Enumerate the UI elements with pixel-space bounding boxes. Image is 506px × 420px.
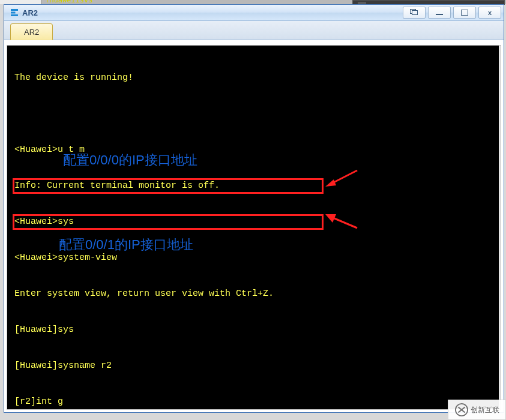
tab-ar2[interactable]: AR2 [10, 23, 53, 40]
maximize-icon [461, 10, 468, 16]
terminal-line [14, 108, 285, 120]
watermark-text: 创新互联 [471, 405, 499, 415]
app-icon [9, 7, 20, 18]
tab-label: AR2 [24, 28, 39, 37]
terminal-line: The device is running! [14, 72, 285, 84]
tabstrip: AR2 [4, 21, 504, 40]
window-popout-button[interactable] [403, 7, 426, 19]
minimize-icon [436, 14, 443, 15]
close-icon: x [488, 9, 492, 16]
annotation-box-1 [13, 178, 324, 194]
window-close-button[interactable]: x [478, 7, 501, 19]
terminal-line: Enter system view, return user view with… [14, 288, 285, 300]
window-titlebar[interactable]: AR2 x [4, 5, 504, 21]
terminal-line: <Huawei>system-view [14, 252, 285, 264]
svg-line-2 [330, 170, 357, 184]
popout-icon [410, 9, 418, 16]
terminal-line: [r2]int g [14, 396, 285, 408]
window-title: AR2 [22, 8, 403, 17]
annotation-label-1: 配置0/0/0的IP接口地址 [63, 154, 197, 166]
terminal-line: [Huawei]sysname r2 [14, 360, 285, 372]
annotation-label-2: 配置0/0/1的IP接口地址 [59, 239, 193, 251]
window-maximize-button[interactable] [453, 7, 476, 19]
annotation-arrow-2 [324, 209, 360, 231]
client-area: The device is running! <Huawei>u t m Inf… [4, 40, 504, 412]
window-minimize-button[interactable] [428, 7, 451, 19]
background-text-fragment: THuawei1svs [45, 0, 92, 4]
background-tab-fragment [0, 0, 41, 4]
background-fragment: THuawei1svs [0, 0, 506, 4]
annotation-arrow-1 [324, 167, 360, 189]
svg-marker-3 [325, 179, 336, 187]
annotation-box-2 [13, 214, 324, 230]
app-window: AR2 x AR2 The device is runn [4, 4, 504, 413]
window-controls: x [403, 7, 501, 19]
svg-line-4 [330, 217, 357, 228]
watermark-icon [455, 403, 468, 416]
watermark: 创新互联 [448, 400, 506, 420]
terminal-scrollbar[interactable] [499, 46, 501, 409]
svg-marker-5 [325, 214, 336, 223]
terminal[interactable]: The device is running! <Huawei>u t m Inf… [7, 45, 501, 410]
terminal-line: [Huawei]sys [14, 324, 285, 336]
svg-rect-1 [412, 11, 418, 15]
